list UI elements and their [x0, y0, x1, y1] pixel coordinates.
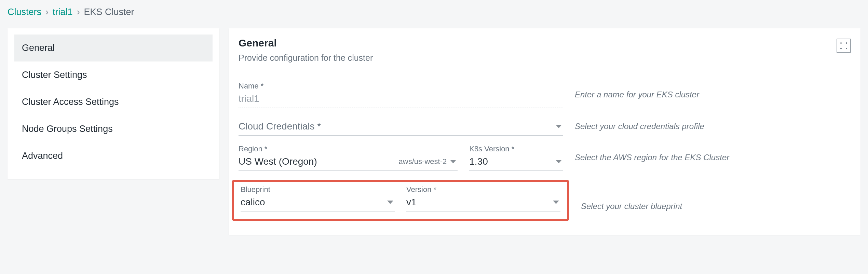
chevron-right-icon: ›	[77, 7, 80, 17]
blueprint-value: calico	[241, 197, 384, 208]
region-code: aws/us-west-2	[399, 157, 447, 166]
cloud-credentials-select[interactable]: Cloud Credentials *	[239, 120, 563, 136]
sidebar-item-cluster-settings[interactable]: Cluster Settings	[14, 61, 213, 88]
region-value: US West (Oregon)	[239, 156, 392, 167]
chevron-down-icon	[387, 201, 393, 204]
version-value: v1	[406, 197, 550, 208]
expand-button[interactable]	[837, 39, 851, 53]
sidebar-item-advanced[interactable]: Advanced	[14, 142, 213, 169]
main-panel: General Provide configuration for the cl…	[229, 28, 860, 235]
chevron-down-icon	[556, 125, 562, 128]
highlight-box: Blueprint calico Version * v1	[232, 180, 569, 221]
blueprint-label: Blueprint	[241, 185, 395, 194]
sidebar: General Cluster Settings Cluster Access …	[8, 28, 219, 179]
name-field[interactable]: Name * trial1	[239, 82, 563, 108]
name-label: Name *	[239, 82, 563, 91]
svg-point-3	[846, 48, 847, 49]
name-hint: Enter a name for your EKS cluster	[563, 82, 851, 99]
blueprint-select[interactable]: Blueprint calico	[241, 185, 395, 211]
region-select[interactable]: Region * US West (Oregon) aws/us-west-2	[239, 145, 458, 171]
k8s-version-select[interactable]: K8s Version * 1.30	[469, 145, 563, 171]
region-label: Region *	[239, 145, 458, 153]
cloud-credentials-hint: Select your cloud credentials profile	[563, 120, 851, 131]
name-value: trial1	[239, 93, 563, 104]
version-select[interactable]: Version * v1	[406, 185, 560, 211]
chevron-down-icon	[556, 160, 562, 163]
svg-point-0	[841, 43, 841, 43]
chevron-down-icon	[450, 160, 456, 163]
svg-point-2	[841, 48, 841, 49]
blueprint-hint: Select your cluster blueprint	[569, 190, 851, 211]
page-subtitle: Provide configuration for the cluster	[239, 53, 373, 63]
sidebar-item-node-groups-settings[interactable]: Node Groups Settings	[14, 115, 213, 142]
breadcrumb-current: EKS Cluster	[84, 7, 134, 17]
chevron-down-icon	[553, 201, 559, 204]
expand-icon	[840, 42, 848, 50]
breadcrumb: Clusters › trial1 › EKS Cluster	[8, 7, 860, 17]
page-title: General	[239, 37, 373, 49]
region-hint: Select the AWS region for the EKS Cluste…	[563, 145, 851, 162]
k8s-version-label: K8s Version *	[469, 145, 563, 153]
cloud-credentials-label: Cloud Credentials *	[239, 121, 552, 132]
breadcrumb-clusters[interactable]: Clusters	[8, 7, 41, 17]
sidebar-item-general[interactable]: General	[14, 35, 213, 61]
chevron-right-icon: ›	[45, 7, 49, 17]
k8s-version-value: 1.30	[469, 156, 552, 167]
svg-point-1	[846, 43, 847, 43]
sidebar-item-cluster-access-settings[interactable]: Cluster Access Settings	[14, 88, 213, 115]
version-label: Version *	[406, 185, 560, 194]
breadcrumb-trial1[interactable]: trial1	[53, 7, 73, 17]
